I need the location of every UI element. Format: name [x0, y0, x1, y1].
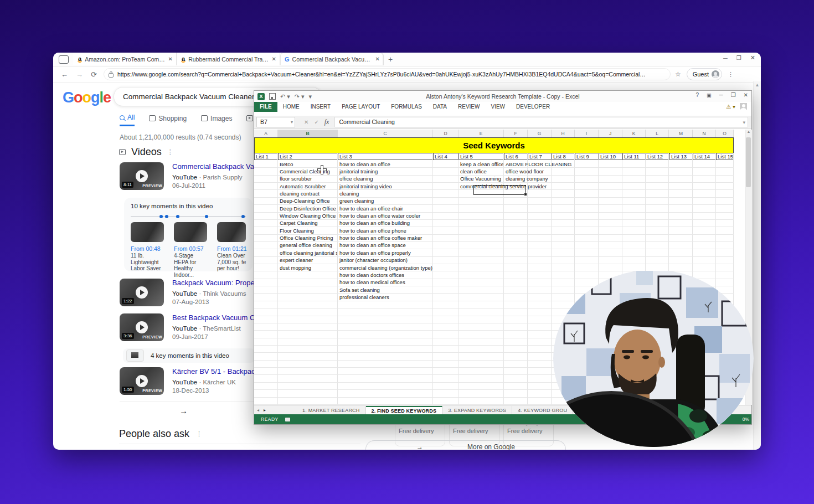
- list-header-cell[interactable]: List 6: [504, 153, 528, 160]
- grid-cell-C16[interactable]: how to clean an office coffee maker: [339, 234, 422, 241]
- paa-more-icon[interactable]: ⋮: [196, 430, 202, 438]
- grid-cell-B19[interactable]: expert cleaner: [280, 256, 337, 264]
- grid-cell-C12[interactable]: how to clean an office chair: [339, 205, 403, 212]
- key-moment-thumbnail[interactable]: [131, 222, 164, 242]
- grid-cell-C6[interactable]: how to clean an office: [339, 161, 390, 168]
- grid-cell-C15[interactable]: how to clean an office phone: [339, 227, 406, 234]
- list-header-cell[interactable]: List 15: [716, 153, 734, 160]
- refresh-icon[interactable]: ⟳: [91, 70, 97, 79]
- list-header-cell[interactable]: List 13: [669, 153, 693, 160]
- videos-more-icon[interactable]: ⋮: [167, 148, 173, 156]
- grid-cell-C13[interactable]: how to clean an office water cooler: [339, 212, 420, 219]
- name-box[interactable]: B7: [256, 117, 295, 127]
- serp-tab-all[interactable]: All: [120, 114, 135, 126]
- timeline-dot[interactable]: [176, 215, 179, 218]
- grid-cell-C24[interactable]: professional cleaners: [339, 294, 389, 301]
- url-text[interactable]: https://www.google.com/search?q=Commerci…: [117, 71, 649, 78]
- ribbon-options-icon[interactable]: ▣: [707, 92, 712, 98]
- grid-cell-C14[interactable]: how to clean an office building: [339, 219, 410, 227]
- close-icon[interactable]: ✕: [744, 92, 748, 98]
- column-header-L[interactable]: L: [646, 130, 669, 137]
- list-header-cell[interactable]: List 10: [599, 153, 622, 160]
- grid-cell-F7[interactable]: office wood floor: [506, 168, 544, 175]
- sheet-nav-right-icon[interactable]: ▸: [264, 408, 266, 413]
- back-icon[interactable]: ←: [61, 70, 68, 79]
- timeline-dot[interactable]: [205, 215, 208, 218]
- enter-icon[interactable]: ✓: [314, 119, 318, 125]
- list-header-cell[interactable]: List 3: [338, 153, 433, 160]
- grid-cell-B7[interactable]: Commercial Cleaning: [280, 168, 337, 175]
- ribbon-tab-insert[interactable]: INSERT: [305, 102, 337, 112]
- column-header-O[interactable]: O: [716, 130, 734, 137]
- grid-cell-B15[interactable]: Floor Cleaning: [280, 227, 337, 234]
- grid-cell-F8[interactable]: cleaning company: [506, 175, 548, 182]
- grid-cell-E7[interactable]: clean office: [460, 168, 503, 175]
- grid-cell-B10[interactable]: cleaning contract: [280, 190, 337, 197]
- sheet-tab[interactable]: 3. EXPAND KEYWORDS: [442, 406, 512, 415]
- tab-close-icon[interactable]: ✕: [272, 56, 276, 62]
- grid-cell-C22[interactable]: how to clean medical offices: [339, 279, 405, 286]
- list-header-cell[interactable]: List 14: [693, 153, 716, 160]
- grid-cell-C17[interactable]: how to clean an office space: [339, 241, 406, 249]
- grid-cell-C9[interactable]: janitorial training video: [339, 183, 392, 190]
- close-icon[interactable]: ✕: [750, 54, 755, 61]
- list-header-cell[interactable]: List 12: [646, 153, 669, 160]
- grid-cell-B17[interactable]: general office cleaning: [280, 241, 337, 249]
- grid-cell-E8[interactable]: Office Vacuuming: [460, 175, 503, 182]
- timeline-dot[interactable]: [165, 215, 168, 218]
- sheet-nav-left-icon[interactable]: ◂: [257, 408, 259, 413]
- grid-cell-C21[interactable]: how to clean doctors offices: [339, 271, 404, 279]
- warning-icon[interactable]: ⚠ ▾: [726, 104, 735, 110]
- minimize-icon[interactable]: ─: [719, 92, 723, 98]
- grid-cell-C7[interactable]: janitorial training: [339, 168, 378, 175]
- list-header-cell[interactable]: List 5: [458, 153, 504, 160]
- key-moment-time[interactable]: From 00:48: [131, 245, 161, 252]
- key-moments-timeline[interactable]: [131, 216, 246, 217]
- minimize-icon[interactable]: ─: [723, 55, 728, 61]
- grid-cell-C18[interactable]: how to clean an office properly: [339, 249, 411, 256]
- formula-input[interactable]: Commercial Cleaning: [334, 117, 748, 127]
- column-header-A[interactable]: A: [254, 130, 278, 137]
- bookmark-star-icon[interactable]: ☆: [675, 70, 681, 78]
- key-moment-thumbnail[interactable]: [217, 222, 246, 242]
- list-header-cell[interactable]: List 4: [433, 153, 458, 160]
- video-thumbnail[interactable]: 1:50PREVIEW: [120, 367, 164, 395]
- tab-search-icon[interactable]: [59, 55, 69, 64]
- column-header-C[interactable]: C: [338, 130, 433, 137]
- sheet-tab[interactable]: 2. FIND SEED KEYWORDS: [366, 406, 443, 415]
- grid-cell-B8[interactable]: floor scrubber: [280, 175, 337, 182]
- macro-record-icon[interactable]: [285, 418, 290, 421]
- column-headers[interactable]: ABCDEFGHIJKLMNO: [254, 130, 734, 138]
- grid-cell-B9[interactable]: Automatic Scrubber: [280, 183, 337, 190]
- ribbon-tab-review[interactable]: REVIEW: [452, 102, 485, 112]
- column-header-I[interactable]: I: [575, 130, 599, 137]
- ribbon-tab-formulas[interactable]: FORMULAS: [385, 102, 427, 112]
- grid-cell-B12[interactable]: Deep Disinfection Office: [280, 205, 337, 212]
- grid-cell-C19[interactable]: janitor (character occupation): [339, 256, 408, 264]
- grid-cell-C10[interactable]: cleaning: [339, 190, 359, 197]
- serp-tab-shopping[interactable]: Shopping: [149, 115, 187, 126]
- tab-close-icon[interactable]: ✕: [375, 56, 380, 62]
- column-header-K[interactable]: K: [622, 130, 646, 137]
- key-moments-row[interactable]: 4 key moments in this video: [123, 348, 255, 363]
- grid-cell-F6[interactable]: ABOVE FLOOR CLEANING: [506, 161, 571, 168]
- video-thumbnail[interactable]: 3:36PREVIEW: [120, 313, 164, 341]
- forward-icon[interactable]: →: [76, 70, 83, 79]
- grid-cell-B20[interactable]: dust mopping: [280, 264, 337, 271]
- list-header-cell[interactable]: List 1: [254, 153, 278, 160]
- more-on-google-button[interactable]: → More on Google: [365, 440, 566, 450]
- list-header-cell[interactable]: List 9: [575, 153, 599, 160]
- video-thumbnail[interactable]: 8:11PREVIEW: [120, 162, 164, 190]
- grid-cell-E6[interactable]: keep a clean office: [460, 161, 503, 168]
- browser-tab[interactable]: GCommercial Backpack Vacuum C✕: [280, 53, 384, 65]
- key-moment-thumbnail[interactable]: [174, 222, 207, 242]
- grid-cell-C8[interactable]: office cleaning: [339, 175, 373, 182]
- ribbon-tab-page-layout[interactable]: PAGE LAYOUT: [336, 102, 385, 112]
- insert-function-icon[interactable]: fx: [324, 118, 329, 126]
- browser-tab[interactable]: aAmazon.com: ProTeam Commer✕: [73, 53, 177, 65]
- address-bar[interactable]: https://www.google.com/search?q=Commerci…: [104, 68, 671, 80]
- grid-cell-B11[interactable]: Deep-Cleaning Office: [280, 197, 337, 204]
- grid-cell-B6[interactable]: Betco: [280, 161, 337, 168]
- list-header-cell[interactable]: List 8: [552, 153, 575, 160]
- scroll-up-icon[interactable]: ▲: [754, 83, 761, 88]
